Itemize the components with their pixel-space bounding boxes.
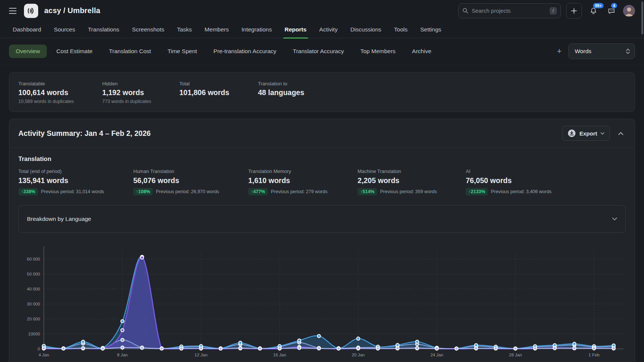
subtab-time-spent[interactable]: Time Spent (161, 45, 204, 58)
tab-translations[interactable]: Translations (88, 21, 119, 38)
page-title: acsy / Umbrella (44, 6, 100, 15)
breakdown-label: Breakdown by Language (27, 216, 91, 222)
activity-title: Activity Summary: Jan 4 – Feb 2, 2026 (18, 129, 562, 138)
svg-text:1 Feb: 1 Feb (589, 353, 599, 357)
select-arrows-icon (626, 48, 630, 54)
svg-text:24 Jan: 24 Jan (430, 353, 443, 357)
metric-label: Machine Translation (358, 168, 466, 174)
previous-period: Previous period: 26,970 words (156, 189, 219, 194)
subtab-pre-translation-accuracy[interactable]: Pre-translation Accuracy (207, 45, 283, 58)
metric-value: 56,076 words (133, 176, 248, 185)
stat-value: 48 languages (258, 88, 304, 97)
activity-summary-card: Activity Summary: Jan 4 – Feb 2, 2026 Ex… (9, 119, 635, 362)
subtab-translation-cost[interactable]: Translation Cost (102, 45, 158, 58)
svg-text:50 000: 50 000 (27, 272, 40, 276)
change-badge: ↑477% (248, 188, 268, 195)
stat-total: Total 101,806 words (179, 81, 258, 104)
collapse-section-button[interactable] (616, 130, 626, 137)
stat-hidden: Hidden 1,192 words 773 words in duplicat… (102, 81, 179, 104)
reports-subnav: Overview Cost Estimate Translation Cost … (0, 38, 644, 66)
previous-period: Previous period: 31,014 words (41, 189, 104, 194)
add-report-button[interactable]: + (553, 45, 565, 58)
notifications-count-badge: 99+ (593, 3, 604, 9)
previous-period: Previous period: 3,406 words (491, 189, 552, 194)
svg-text:28 Jan: 28 Jan (509, 353, 522, 357)
activity-chart[interactable]: 01000020 00030 00040 00050 00060 0004 Ja… (12, 243, 626, 362)
metric-value: 135,941 words (18, 176, 133, 185)
tab-discussions[interactable]: Discussions (350, 21, 382, 38)
stat-value: 1,192 words (102, 88, 179, 97)
metric-value: 2,205 words (358, 176, 466, 185)
tab-members[interactable]: Members (204, 21, 229, 38)
change-badge: ↑338% (18, 188, 38, 195)
tab-sources[interactable]: Sources (54, 21, 75, 38)
svg-text:20 Jan: 20 Jan (352, 353, 365, 357)
main-nav: Dashboard Sources Translations Screensho… (0, 21, 644, 38)
notifications-button[interactable]: 99+ (587, 4, 600, 17)
metric-label: Human Translation (133, 168, 248, 174)
stat-label: Total (179, 81, 258, 86)
messages-count-badge: 4 (611, 3, 617, 9)
tab-dashboard[interactable]: Dashboard (13, 21, 41, 38)
activity-header: Activity Summary: Jan 4 – Feb 2, 2026 Ex… (9, 119, 635, 148)
previous-period: Previous period: 279 words (271, 189, 327, 194)
tab-screenshots[interactable]: Screenshots (132, 21, 164, 38)
project-logo[interactable] (24, 4, 38, 18)
export-label: Export (579, 130, 597, 137)
change-badge: ↑108% (133, 188, 153, 195)
menu-icon[interactable] (9, 6, 19, 16)
chart-container: 01000020 00030 00040 00050 00060 0004 Ja… (9, 243, 635, 362)
subtab-translator-accuracy[interactable]: Translator Accuracy (286, 45, 350, 58)
svg-text:60 000: 60 000 (27, 257, 40, 261)
top-bar: acsy / Umbrella / 99+ 4 (0, 0, 644, 21)
caret-down-icon (601, 132, 604, 135)
stat-label: Translatable (18, 81, 102, 86)
metric-value: 76,050 words (466, 176, 552, 185)
search-input[interactable] (472, 7, 546, 14)
subtab-archive[interactable]: Archive (405, 45, 438, 58)
breakdown-by-language-toggle[interactable]: Breakdown by Language (18, 205, 626, 233)
person-icon (623, 5, 635, 17)
tab-reports[interactable]: Reports (285, 21, 307, 38)
project-stats-card: Translatable 100,614 words 10,569 words … (9, 72, 635, 112)
unit-selector[interactable]: Words (568, 43, 635, 59)
svg-text:16 Jan: 16 Jan (273, 353, 286, 357)
metric-label: AI (466, 168, 552, 174)
tab-activity[interactable]: Activity (319, 21, 338, 38)
translation-section: Translation Total (end of period) 135,94… (9, 148, 635, 195)
metric-machine-translation: Machine Translation 2,205 words ↑514% Pr… (358, 168, 466, 195)
tab-tools[interactable]: Tools (394, 21, 407, 38)
unit-selector-value: Words (575, 48, 592, 55)
create-project-button[interactable] (566, 3, 582, 19)
page-scrollbar[interactable] (641, 1, 643, 34)
svg-text:10000: 10000 (28, 332, 40, 336)
change-badge: ↑514% (358, 188, 377, 195)
translation-metrics: Total (end of period) 135,941 words ↑338… (18, 168, 626, 195)
translation-section-title: Translation (18, 155, 626, 162)
stat-translatable: Translatable 100,614 words 10,569 words … (18, 81, 102, 104)
metric-label: Total (end of period) (18, 168, 133, 174)
search-box[interactable]: / (458, 3, 561, 18)
tab-tasks[interactable]: Tasks (177, 21, 192, 38)
subtab-overview[interactable]: Overview (9, 45, 47, 58)
stat-value: 100,614 words (18, 88, 102, 97)
stat-translation-to: Translation to 48 languages (258, 81, 304, 104)
messages-button[interactable]: 4 (605, 4, 618, 17)
export-button[interactable]: Export (562, 126, 610, 141)
previous-period: Previous period: 359 words (380, 189, 437, 194)
logo-bird-icon (26, 6, 36, 16)
stat-subtext: 10,569 words in duplicates (18, 99, 102, 104)
user-avatar[interactable] (623, 5, 635, 17)
tab-settings[interactable]: Settings (420, 21, 441, 38)
tab-integrations[interactable]: Integrations (242, 21, 272, 38)
metric-total: Total (end of period) 135,941 words ↑338… (18, 168, 133, 195)
change-badge: ↑2133% (466, 188, 488, 195)
svg-text:8 Jan: 8 Jan (117, 353, 128, 357)
subtab-top-members[interactable]: Top Members (353, 45, 402, 58)
plus-icon (571, 8, 577, 14)
svg-text:12 Jan: 12 Jan (195, 353, 208, 357)
metric-label: Translation Memory (248, 168, 358, 174)
subtab-cost-estimate[interactable]: Cost Estimate (50, 45, 99, 58)
svg-text:0: 0 (38, 347, 40, 351)
search-icon (462, 7, 468, 14)
